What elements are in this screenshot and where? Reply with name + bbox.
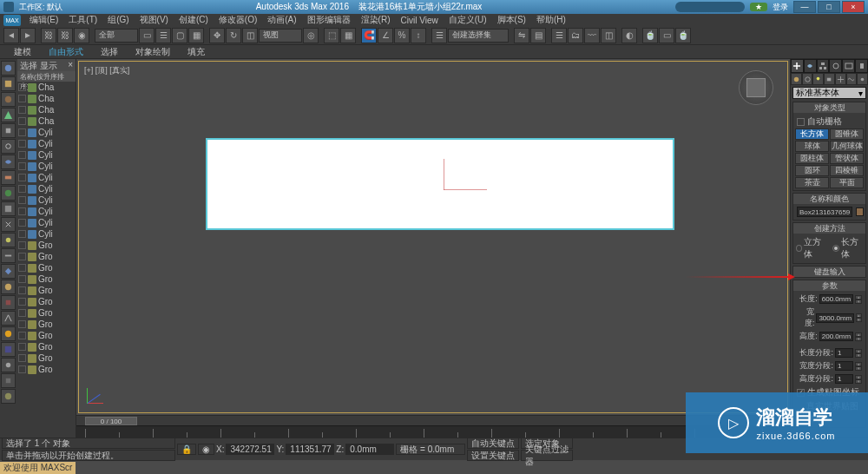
ribbon-objectpaint[interactable]: 对象绘制	[127, 44, 179, 60]
angle-snap-button[interactable]: ∠	[378, 28, 393, 43]
btn-sphere[interactable]: 球体	[795, 141, 829, 152]
tab-motion[interactable]	[829, 59, 842, 73]
viewport-label[interactable]: [+] [顶] [真实]	[84, 65, 129, 76]
btn-cone[interactable]: 圆锥体	[830, 128, 864, 140]
tab-hierarchy[interactable]	[817, 59, 830, 73]
subtab-lights[interactable]	[812, 73, 824, 85]
minimize-button[interactable]: —	[793, 1, 816, 13]
lt-21[interactable]	[1, 373, 16, 388]
tab-utilities[interactable]	[855, 59, 868, 73]
render-frame-button[interactable]: ▭	[659, 28, 674, 43]
btn-box[interactable]: 长方体	[795, 128, 829, 140]
maxscript-listener[interactable]: 欢迎使用 MAXScr	[0, 462, 76, 474]
wseg-field[interactable]: 1	[835, 361, 853, 371]
lt-12[interactable]	[1, 233, 16, 247]
rollup-header[interactable]: 对象类型	[793, 102, 865, 113]
bind-button[interactable]: ◉	[74, 28, 89, 43]
tab-create[interactable]	[791, 59, 804, 73]
close-icon[interactable]: ×	[68, 60, 73, 70]
list-item[interactable]: Gro	[17, 251, 76, 262]
select-region-button[interactable]: ▢	[172, 28, 187, 43]
percent-snap-button[interactable]: %	[394, 28, 410, 43]
spinner-snap-button[interactable]: ↕	[411, 28, 426, 43]
list-item[interactable]: Cyli	[17, 217, 76, 228]
maximize-button[interactable]: □	[818, 1, 840, 13]
lt-11[interactable]	[1, 217, 16, 232]
refcoord-combo[interactable]: 视图	[259, 29, 302, 43]
spin-down[interactable]: ▾	[855, 300, 862, 304]
mirror-button[interactable]: ⇋	[514, 28, 529, 43]
app-logo[interactable]: MAX	[3, 15, 21, 26]
unlink-button[interactable]: ⛓	[57, 28, 73, 43]
lt-03[interactable]	[1, 92, 16, 107]
lt-20[interactable]	[1, 358, 16, 372]
lt-04[interactable]	[1, 108, 16, 122]
width-field[interactable]: 3000.0mm	[816, 313, 854, 323]
list-item[interactable]: Cyli	[17, 127, 76, 138]
lt-19[interactable]	[1, 342, 16, 357]
setkey-button[interactable]: 设置关键点	[467, 450, 519, 461]
select-button[interactable]: ▭	[139, 28, 155, 43]
tab-modify[interactable]	[804, 59, 817, 73]
named-selset-combo[interactable]: 创建选择集	[448, 29, 509, 43]
menu-view[interactable]: 视图(V)	[135, 14, 174, 26]
menu-create[interactable]: 创建(C)	[174, 14, 214, 26]
lseg-field[interactable]: 1	[835, 348, 853, 358]
lt-22[interactable]	[1, 389, 16, 404]
isolate-button[interactable]: ◉	[198, 444, 214, 455]
viewcube[interactable]	[739, 70, 773, 105]
menu-customize[interactable]: 自定义(U)	[444, 14, 492, 26]
menu-grapheditors[interactable]: 图形编辑器	[302, 14, 356, 26]
list-item[interactable]: Cyli	[17, 194, 76, 206]
ribbon-selection[interactable]: 选择	[92, 44, 127, 60]
manipulate-button[interactable]: ⬚	[324, 28, 339, 43]
menu-animation[interactable]: 动画(A)	[262, 14, 301, 26]
autokey-button[interactable]: 自动关键点	[467, 438, 519, 449]
box-object[interactable]	[206, 138, 674, 230]
time-slider-thumb[interactable]: 0 / 100	[85, 417, 137, 425]
transform-gizmo[interactable]	[444, 159, 487, 190]
menu-tools[interactable]: 工具(T)	[63, 14, 102, 26]
menu-edit[interactable]: 编辑(E)	[24, 14, 63, 26]
select-name-button[interactable]: ☰	[155, 28, 171, 43]
close-button[interactable]: ×	[842, 1, 865, 13]
list-item[interactable]: Gro	[17, 240, 76, 251]
btn-pyramid[interactable]: 四棱锥	[830, 165, 864, 176]
search-input[interactable]	[675, 2, 745, 12]
btn-torus[interactable]: 圆环	[795, 165, 829, 176]
selection-filter[interactable]: 全部	[95, 29, 138, 43]
list-item[interactable]: Gro	[17, 307, 76, 319]
list-item[interactable]: Gro	[17, 319, 76, 330]
link-button[interactable]: ⛓	[41, 28, 56, 43]
lt-08[interactable]	[1, 170, 16, 185]
lt-01[interactable]	[1, 61, 16, 76]
subtab-shapes[interactable]	[802, 73, 813, 85]
list-item[interactable]: Cha	[17, 104, 76, 115]
lt-17[interactable]	[1, 311, 16, 326]
menu-group[interactable]: 组(G)	[102, 14, 134, 26]
workspace-label[interactable]: 工作区: 默认	[19, 2, 62, 13]
schematic-button[interactable]: ◫	[601, 28, 616, 43]
radio-box[interactable]	[832, 245, 839, 252]
list-item[interactable]: Gro	[17, 341, 76, 352]
subtab-systems[interactable]	[857, 73, 868, 85]
menu-rendering[interactable]: 渲染(R)	[356, 14, 396, 26]
list-item[interactable]: Cyli	[17, 206, 76, 217]
move-button[interactable]: ✥	[209, 28, 225, 43]
list-item[interactable]: Cha	[17, 82, 76, 93]
object-color-swatch[interactable]	[856, 207, 864, 216]
keymode-button[interactable]: ▦	[340, 28, 356, 43]
btn-plane[interactable]: 平面	[830, 177, 864, 188]
curve-editor-button[interactable]: 〰	[584, 28, 600, 43]
coord-x[interactable]: 342272.51	[226, 444, 274, 455]
lt-13[interactable]	[1, 248, 16, 263]
list-item[interactable]: Gro	[17, 352, 76, 364]
lt-06[interactable]	[1, 139, 16, 154]
lt-09[interactable]	[1, 186, 16, 201]
height-field[interactable]: 200.0mm	[819, 332, 853, 341]
snap-toggle-button[interactable]: 🧲	[361, 28, 377, 43]
ribbon-modeling[interactable]: 建模	[5, 44, 40, 60]
list-item[interactable]: Cyli	[17, 161, 76, 172]
lt-14[interactable]	[1, 264, 16, 279]
list-item[interactable]: Gro	[17, 364, 76, 375]
